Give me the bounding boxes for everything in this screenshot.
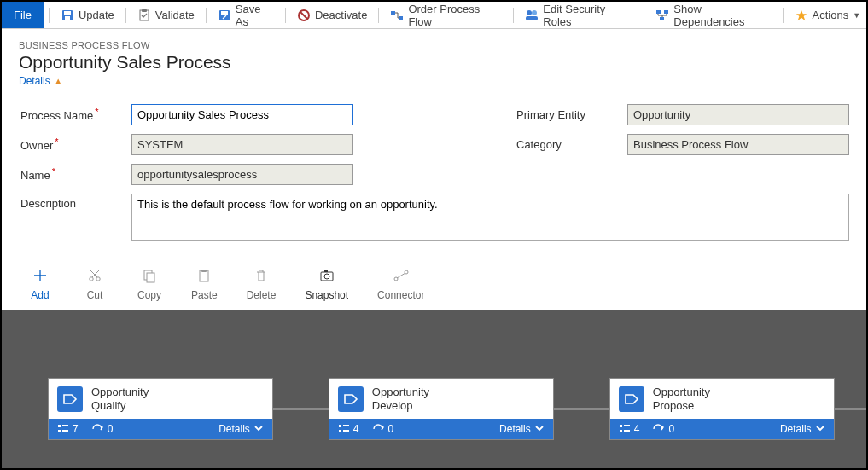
branches-count: 0 (371, 423, 394, 435)
order-process-flow-label: Order Process Flow (408, 3, 502, 28)
delete-button[interactable]: Delete (247, 267, 277, 301)
branches-value: 0 (388, 423, 394, 435)
stage-footer: 4 0 Details (329, 419, 553, 439)
svg-rect-30 (58, 430, 61, 432)
show-dependencies-label: Show Dependencies (673, 3, 771, 28)
steps-icon (619, 423, 631, 435)
primary-entity-label: Primary Entity (516, 108, 619, 121)
svg-rect-26 (324, 270, 328, 272)
file-menu[interactable]: File (2, 2, 44, 28)
details-label: Details (19, 75, 50, 87)
camera-icon (318, 267, 335, 284)
steps-icon (57, 423, 69, 435)
edit-security-roles-label: Edit Security Roles (543, 3, 632, 28)
add-label: Add (31, 289, 49, 301)
edit-security-roles-button[interactable]: Edit Security Roles (519, 2, 638, 28)
process-name-input[interactable] (131, 104, 353, 125)
branches-icon (651, 423, 665, 435)
svg-point-25 (324, 274, 329, 279)
primary-entity-input (627, 104, 849, 125)
save-icon (61, 9, 74, 22)
svg-point-19 (96, 277, 100, 281)
stage-details-button[interactable]: Details (780, 423, 825, 435)
deactivate-icon (297, 9, 311, 22)
order-process-flow-button[interactable]: Order Process Flow (384, 2, 508, 28)
validate-button[interactable]: Validate (131, 2, 201, 28)
actions-menu[interactable]: Actions ▼ (789, 2, 867, 28)
header: BUSINESS PROCESS FLOW Opportunity Sales … (2, 29, 866, 90)
svg-rect-36 (343, 430, 349, 432)
stage-entity: Opportunity (91, 386, 149, 399)
separator (783, 8, 784, 23)
branches-count: 0 (90, 423, 114, 435)
svg-rect-40 (624, 430, 630, 432)
show-dependencies-button[interactable]: Show Dependencies (650, 2, 777, 28)
svg-rect-29 (58, 425, 61, 427)
svg-point-12 (532, 10, 537, 15)
delete-label: Delete (247, 289, 277, 301)
separator (378, 8, 379, 23)
stage-card-develop[interactable]: Opportunity Develop 4 0 Details (329, 378, 554, 440)
svg-rect-15 (664, 10, 668, 14)
separator (49, 8, 50, 23)
breadcrumb: BUSINESS PROCESS FLOW (19, 40, 849, 50)
stage-footer: 7 0 Details (49, 419, 272, 439)
paste-button[interactable]: Paste (191, 267, 218, 301)
svg-rect-9 (391, 11, 395, 15)
paste-label: Paste (191, 289, 218, 301)
update-button[interactable]: Update (55, 2, 120, 28)
copy-icon (141, 267, 158, 284)
designer-canvas[interactable]: Opportunity Qualify 7 0 Details (2, 310, 866, 470)
stage-entity: Opportunity (653, 386, 710, 399)
details-toggle[interactable]: Details ▲ (19, 75, 63, 87)
connector-label: Connector (377, 289, 424, 301)
category-label: Category (516, 138, 619, 151)
details-label: Details (780, 423, 812, 435)
stages-row: Opportunity Qualify 7 0 Details (2, 378, 866, 440)
stage-details-button[interactable]: Details (499, 423, 545, 435)
svg-rect-23 (201, 270, 207, 272)
branches-count: 0 (651, 423, 674, 435)
copy-label: Copy (137, 289, 161, 301)
svg-marker-17 (795, 9, 806, 20)
steps-value: 4 (353, 423, 359, 435)
stage-footer: 4 0 Details (610, 419, 834, 439)
connector-icon (393, 267, 410, 284)
validate-label: Validate (155, 9, 195, 21)
designer-actions: Add Cut Copy Paste Delete Snapshot Conne… (2, 248, 866, 310)
snapshot-button[interactable]: Snapshot (305, 267, 348, 301)
steps-count: 4 (619, 423, 640, 435)
details-label: Details (499, 423, 531, 435)
svg-rect-32 (62, 430, 68, 432)
name-label: Name (20, 166, 123, 182)
svg-rect-39 (624, 425, 630, 426)
chevron-down-icon (534, 423, 545, 435)
svg-rect-4 (142, 9, 147, 12)
deactivate-button[interactable]: Deactivate (291, 2, 373, 28)
svg-point-18 (90, 277, 93, 281)
clipboard-icon (137, 9, 151, 22)
stage-details-button[interactable]: Details (218, 423, 264, 435)
star-icon (795, 9, 808, 22)
stage-header: Opportunity Propose (610, 379, 834, 419)
cut-button[interactable]: Cut (82, 267, 108, 301)
description-input[interactable] (131, 194, 849, 241)
dependencies-icon (655, 9, 669, 22)
deactivate-label: Deactivate (315, 9, 367, 21)
name-input (131, 164, 353, 185)
chevron-up-icon: ▲ (54, 76, 63, 86)
copy-button[interactable]: Copy (137, 267, 162, 301)
save-as-button[interactable]: Save As (212, 2, 280, 28)
svg-rect-13 (526, 16, 538, 20)
connector-button[interactable]: Connector (377, 267, 424, 301)
description-label: Description (20, 194, 123, 210)
add-button[interactable]: Add (27, 267, 53, 301)
stage-header: Opportunity Qualify (49, 379, 272, 419)
svg-rect-35 (343, 425, 349, 426)
svg-rect-31 (62, 425, 68, 426)
svg-rect-38 (620, 430, 622, 432)
stage-card-qualify[interactable]: Opportunity Qualify 7 0 Details (48, 378, 273, 440)
process-name-label: Process Name (20, 107, 123, 122)
separator (513, 8, 514, 23)
stage-card-propose[interactable]: Opportunity Propose 4 0 Details (609, 378, 835, 440)
